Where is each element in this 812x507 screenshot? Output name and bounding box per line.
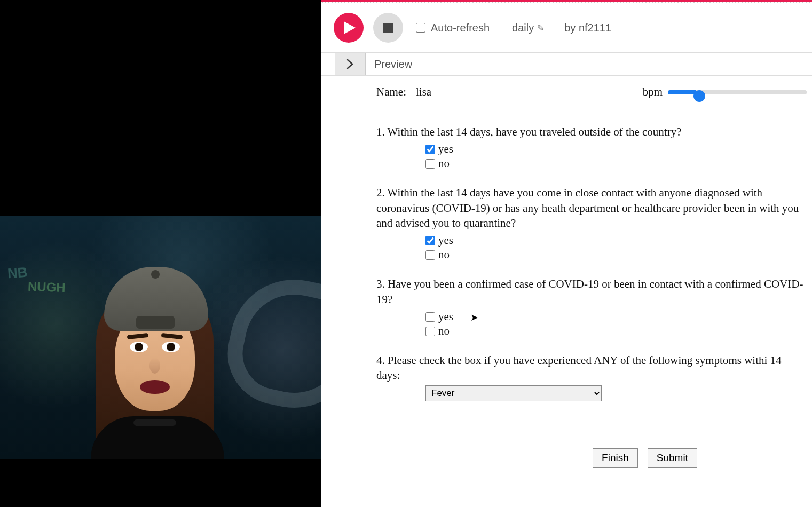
option-label: yes [438,310,453,323]
option-checkbox[interactable] [425,327,435,336]
form-header: Name: lisa bpm [376,85,807,99]
option-label: yes [438,142,453,156]
play-button[interactable] [334,13,364,43]
finish-button[interactable]: Finish [593,448,638,468]
submit-button[interactable]: Submit [648,448,697,468]
app-window: Auto-refresh daily ✎ by nf2111 Preview N… [321,0,812,507]
preview-bar: Preview [321,53,812,76]
option-checkbox[interactable] [425,236,435,245]
graffiti-decoration: NUGH [28,279,66,295]
option-yes[interactable]: yes [425,234,807,247]
bpm-control: bpm [643,85,807,99]
schedule-control[interactable]: daily ✎ [512,22,544,34]
option-checkbox[interactable] [425,159,435,169]
option-label: no [438,248,450,262]
option-yes[interactable]: yes [425,310,807,323]
question-2: 2. Within the last 14 days have you come… [376,185,807,262]
auto-refresh-checkbox[interactable] [416,23,425,33]
bpm-label: bpm [643,85,663,99]
option-checkbox[interactable] [425,312,435,322]
question-4: 4. Please check the box if you have expe… [376,353,807,401]
question-options: yes no [425,234,807,262]
form-main: Name: lisa bpm 1. Within the last 14 day… [367,76,812,503]
graffiti-decoration: NB [7,264,28,282]
webcam-overlay: NB NUGH [0,216,364,459]
option-no[interactable]: no [425,157,807,170]
stop-button[interactable] [373,13,403,43]
option-no[interactable]: no [425,324,807,338]
question-text: 3. Have you been a confirmed case of COV… [376,276,807,307]
toolbar: Auto-refresh daily ✎ by nf2111 [321,3,812,52]
author-byline: by nf2111 [564,22,611,34]
option-label: no [438,157,450,170]
play-icon [344,21,356,34]
left-gutter [321,76,367,503]
pencil-icon[interactable]: ✎ [537,23,544,33]
bpm-slider[interactable] [668,90,807,94]
question-text: 2. Within the last 14 days have you come… [376,185,807,231]
schedule-label: daily [512,22,534,34]
content-row: Name: lisa bpm 1. Within the last 14 day… [321,76,812,503]
option-checkbox[interactable] [425,250,435,260]
question-options: yes no [425,310,807,338]
option-yes[interactable]: yes [425,142,807,156]
form-buttons: Finish Submit [376,448,807,468]
preview-tab-label: Preview [366,53,421,75]
question-1: 1. Within the last 14 days, have you tra… [376,124,807,170]
option-checkbox[interactable] [425,145,435,154]
question-text: 1. Within the last 14 days, have you tra… [376,124,807,139]
name-label: Name: [376,85,406,99]
question-options: yes no [425,142,807,170]
auto-refresh-toggle[interactable]: Auto-refresh [416,22,490,34]
auto-refresh-label: Auto-refresh [431,22,490,34]
question-3: 3. Have you been a confirmed case of COV… [376,276,807,338]
gutter-panel [335,76,367,503]
question-list: 1. Within the last 14 days, have you tra… [376,124,807,401]
question-text: 4. Please check the box if you have expe… [376,353,807,383]
option-label: yes [438,234,453,247]
chevron-right-icon [346,59,354,69]
webcam-person [75,245,235,459]
option-label: no [438,324,450,338]
option-no[interactable]: no [425,248,807,262]
name-value: lisa [416,85,431,99]
symptom-select[interactable]: Fever [425,385,602,401]
expand-sidebar-button[interactable] [335,53,366,75]
stop-icon [383,23,393,33]
